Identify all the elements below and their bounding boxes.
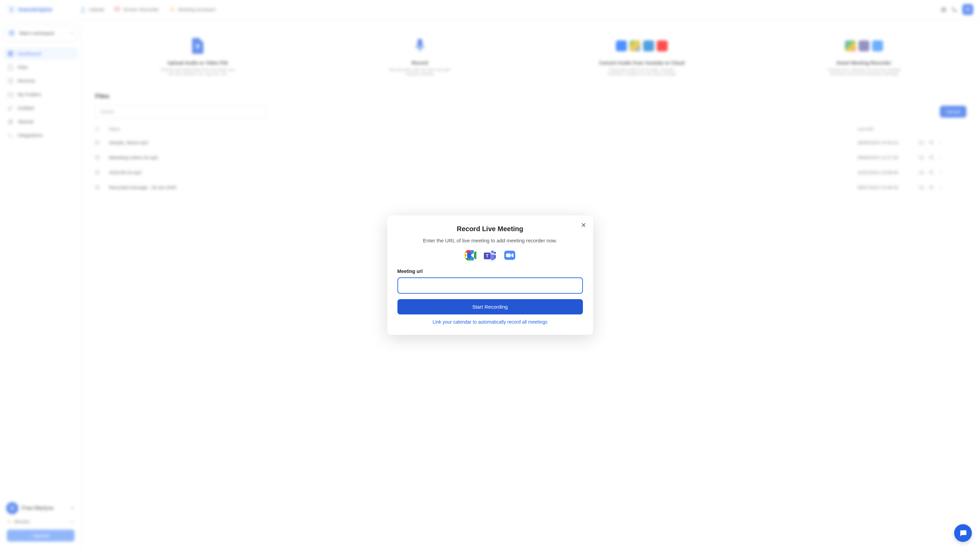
chat-fab[interactable]: [954, 524, 972, 542]
modal-subtitle: Enter the URL of live meeting to add mee…: [398, 238, 583, 243]
svg-point-43: [491, 250, 494, 253]
link-calendar-link[interactable]: Link your calendar to automatically reco…: [398, 319, 583, 325]
modal-overlay[interactable]: Record Live Meeting Enter the URL of liv…: [0, 0, 980, 550]
start-recording-button[interactable]: Start Recording: [398, 299, 583, 314]
record-meeting-modal: Record Live Meeting Enter the URL of liv…: [387, 216, 593, 335]
modal-title: Record Live Meeting: [398, 225, 583, 233]
zoom-icon: [504, 249, 516, 261]
close-icon: [580, 222, 587, 228]
svg-rect-46: [506, 253, 511, 257]
meeting-url-input[interactable]: [398, 277, 583, 294]
svg-rect-40: [467, 252, 471, 258]
close-button[interactable]: [580, 222, 587, 228]
chat-icon: [959, 529, 967, 537]
ms-teams-icon: T: [484, 249, 496, 261]
svg-point-44: [494, 252, 496, 254]
meeting-url-label: Meeting url: [398, 269, 583, 274]
svg-text:T: T: [486, 254, 488, 258]
google-meet-icon: [464, 249, 476, 261]
